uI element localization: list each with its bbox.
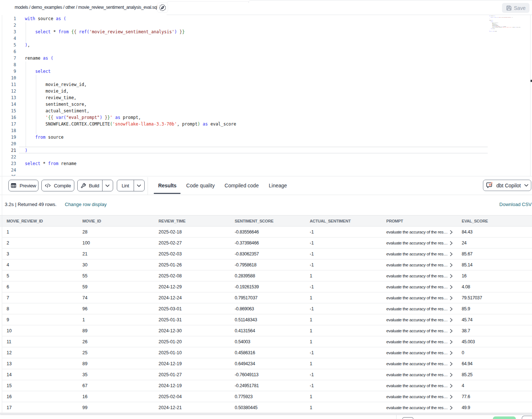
dbt-copilot-button[interactable]: dbt Copilot: [483, 180, 531, 191]
column-header-movie_id[interactable]: MOVIE_ID: [82, 216, 101, 227]
table-row[interactable]: 21002025-02-27-0.37398466-1evaluate the …: [2, 237, 532, 248]
code-line[interactable]: 10: [0, 75, 532, 81]
table-row[interactable]: 8962025-03-01-0.869063-1evaluate the acc…: [2, 303, 532, 314]
chevron-right-icon[interactable]: [450, 274, 453, 278]
code-line[interactable]: 7rename as (: [0, 55, 532, 61]
code-editor[interactable]: 1with source as (23 select * from {{ ref…: [0, 15, 532, 176]
preview-button[interactable]: Preview: [8, 180, 38, 191]
code-line[interactable]: 15 actual_sentiment,: [0, 108, 532, 114]
code-line[interactable]: 16 '{{ var("eval_prompt") }}' as prompt,: [0, 114, 532, 121]
tab-code-quality[interactable]: Code quality: [181, 176, 220, 195]
prompt-cell: evaluate the accuracy of the res…: [386, 380, 453, 391]
table-row[interactable]: 11262025-01-200.540031evaluate the accur…: [2, 336, 532, 347]
code-line[interactable]: 6: [0, 48, 532, 55]
code-line[interactable]: 9 select: [0, 68, 532, 75]
prompt-cell-text: evaluate the accuracy of the res…: [386, 248, 447, 259]
table-row[interactable]: 5552025-02-080.28395881evaluate the accu…: [2, 270, 532, 281]
lint-dropdown-button[interactable]: [134, 180, 144, 191]
code-line[interactable]: 19 from source: [0, 134, 532, 141]
code-line[interactable]: 2: [0, 22, 532, 29]
table-cell: 2024-12-30: [159, 325, 182, 336]
compass-button[interactable]: [157, 3, 168, 13]
code-line[interactable]: 5),: [0, 42, 532, 48]
code-line[interactable]: 12 movie_id,: [0, 88, 532, 94]
tab-compiled-code[interactable]: Compiled code: [220, 176, 263, 195]
column-header-review_time[interactable]: REVIEW_TIME: [159, 216, 186, 227]
chevron-right-icon[interactable]: [450, 263, 453, 267]
code-line[interactable]: 11 movie_review_id,: [0, 81, 532, 88]
compile-button[interactable]: Compile: [41, 180, 74, 191]
tab-lineage[interactable]: Lineage: [258, 176, 297, 195]
bottom-right-button-partial[interactable]: [522, 416, 532, 419]
chevron-right-icon[interactable]: [450, 395, 453, 399]
code-line[interactable]: 3 select * from {{ ref('movie_review_sen…: [0, 29, 532, 35]
active-tab-underline: [154, 193, 181, 194]
chevron-right-icon[interactable]: [450, 384, 453, 388]
build-dropdown-button[interactable]: [103, 180, 113, 191]
editor-minimap[interactable]: with source as ( select * from {{ ref('m…: [489, 16, 520, 33]
table-row[interactable]: 6592024-12-29-0.19261539-1evaluate the a…: [2, 281, 532, 292]
table-row[interactable]: 17992024-12-210.503804451evaluate the ac…: [2, 402, 532, 413]
table-row[interactable]: 3212025-02-03-0.83062357-1evaluate the a…: [2, 248, 532, 259]
column-header-eval_score[interactable]: EVAL_SCORE: [462, 216, 488, 227]
table-cell: 1: [310, 402, 312, 413]
code-line[interactable]: 4: [0, 35, 532, 42]
code-line[interactable]: 23select * from rename: [0, 160, 532, 167]
column-header-sentiment_score[interactable]: SENTIMENT_SCORE: [235, 216, 274, 227]
code-line[interactable]: 8: [0, 61, 532, 68]
code-line[interactable]: 18: [0, 127, 532, 134]
chevron-right-icon[interactable]: [450, 329, 453, 333]
chevron-right-icon[interactable]: [450, 296, 453, 300]
code-line[interactable]: 13 review_time,: [0, 94, 532, 101]
save-button[interactable]: Save: [502, 3, 529, 13]
chevron-right-icon[interactable]: [450, 340, 453, 344]
table-row[interactable]: 4302025-01-26-0.7958618-1evaluate the ac…: [2, 259, 532, 270]
chevron-right-icon[interactable]: [450, 373, 453, 377]
table-row[interactable]: 13892024-12-190.64942341evaluate the acc…: [2, 358, 532, 369]
lint-button-label: Lint: [122, 183, 129, 188]
chevron-right-icon[interactable]: [450, 351, 453, 355]
code-line[interactable]: 22: [0, 154, 532, 160]
download-csv-link[interactable]: Download CSV: [499, 202, 532, 207]
code-line[interactable]: 1with source as (: [0, 15, 532, 22]
table-row[interactable]: 14352025-01-27-0.76049113-1evaluate the …: [2, 369, 532, 380]
line-number: 9: [0, 68, 16, 75]
bottom-green-button-partial[interactable]: [493, 416, 516, 419]
chevron-right-icon[interactable]: [450, 307, 453, 311]
code-line[interactable]: 17 SNOWFLAKE.CORTEX.COMPLETE('snowflake-…: [0, 121, 532, 127]
chevron-right-icon[interactable]: [450, 362, 453, 366]
table-row[interactable]: 16162025-02-040.7759231evaluate the accu…: [2, 391, 532, 402]
table-row[interactable]: 912025-01-310.511483431evaluate the accu…: [2, 314, 532, 325]
column-header-actual_sentiment[interactable]: ACTUAL_SENTIMENT: [310, 216, 351, 227]
breadcrumb[interactable]: models / demo_examples / other / movie_r…: [15, 0, 157, 15]
horizontal-scrollbar[interactable]: [0, 413, 532, 415]
code-text: SNOWFLAKE.CORTEX.COMPLETE('snowflake-lla…: [25, 121, 236, 127]
column-header-prompt[interactable]: PROMPT: [386, 216, 403, 227]
table-row[interactable]: 15672024-12-19-0.24951781-1evaluate the …: [2, 380, 532, 391]
table-cell: -0.24951781: [235, 380, 259, 391]
chevron-right-icon[interactable]: [450, 241, 453, 245]
change-row-display-link[interactable]: Change row display: [65, 202, 107, 207]
floating-panel-edge: [396, 415, 397, 419]
column-header-movie_review_id[interactable]: MOVIE_REVIEW_ID: [7, 216, 43, 227]
chevron-right-icon[interactable]: [450, 318, 453, 322]
code-line[interactable]: 21): [0, 147, 532, 154]
table-row[interactable]: 12252025-01-100.4586316-1evaluate the ac…: [2, 347, 532, 358]
chevron-right-icon[interactable]: [450, 285, 453, 289]
bottom-button-partial[interactable]: [402, 417, 413, 419]
table-row[interactable]: 1282025-02-18-0.83556646-1evaluate the a…: [2, 227, 532, 237]
tab-results[interactable]: Results: [154, 176, 181, 195]
table-row[interactable]: 10892024-12-300.41315641evaluate the acc…: [2, 325, 532, 336]
chevron-right-icon[interactable]: [450, 230, 453, 234]
table-row[interactable]: 7742024-12-240.795170371evaluate the acc…: [2, 292, 532, 303]
build-button[interactable]: Build: [78, 180, 102, 191]
chevron-right-icon[interactable]: [450, 406, 453, 410]
lint-button[interactable]: Lint: [117, 180, 134, 191]
code-line[interactable]: 20: [0, 141, 532, 147]
code-line[interactable]: 14 sentiment_score,: [0, 101, 532, 108]
chevron-right-icon[interactable]: [450, 252, 453, 256]
code-line[interactable]: 24: [0, 167, 532, 173]
table-cell: 24: [462, 237, 466, 248]
table-cell: 38.7: [462, 325, 470, 336]
editor-scrollbar-handle[interactable]: [531, 80, 532, 82]
